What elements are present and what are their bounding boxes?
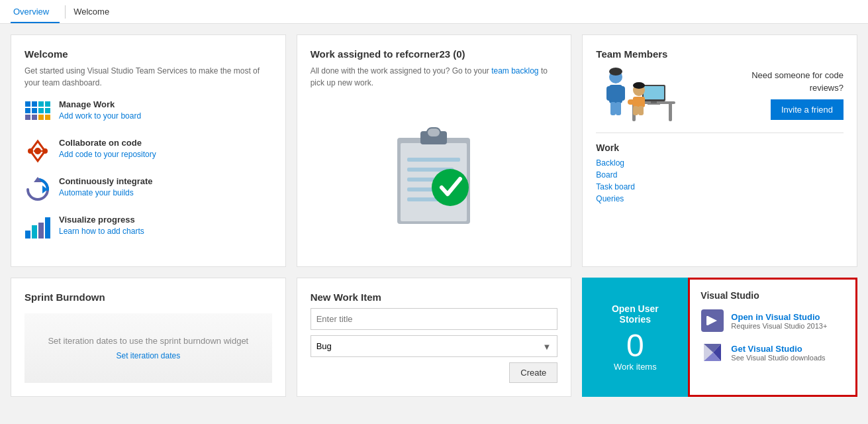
svg-rect-1 — [32, 101, 37, 107]
svg-rect-39 — [616, 102, 621, 115]
svg-rect-11 — [45, 115, 50, 120]
work-assigned-description: All done with the work assigned to you? … — [311, 65, 558, 89]
collaborate-link[interactable]: Add code to your repository — [59, 150, 156, 159]
svg-rect-28 — [407, 158, 460, 162]
svg-rect-9 — [32, 115, 37, 120]
svg-rect-36 — [606, 86, 612, 101]
svg-rect-50 — [628, 99, 636, 105]
svg-rect-5 — [32, 108, 37, 113]
get-vs-icon — [700, 341, 724, 364]
team-members-card: Team Members — [582, 34, 857, 267]
feature-manage-work: Manage Work Add work to your board — [24, 99, 272, 126]
svg-point-53 — [633, 82, 645, 89]
top-navigation: Overview Welcome — [0, 0, 868, 24]
svg-rect-51 — [633, 106, 638, 115]
create-work-item-button[interactable]: Create — [509, 362, 557, 383]
visual-studio-title: Visual Studio — [700, 290, 845, 301]
nav-divider — [65, 5, 66, 19]
team-need-text: Need someone for code reviews? — [751, 70, 844, 93]
svg-point-15 — [42, 148, 48, 154]
user-stories-title: Open User Stories — [595, 303, 675, 325]
svg-rect-10 — [38, 115, 44, 120]
sprint-burndown-card: Sprint Burndown Set iteration dates to u… — [11, 278, 286, 397]
user-stories-label: Work items — [614, 362, 657, 372]
backlog-link[interactable]: Backlog — [596, 158, 844, 168]
team-illustration: Need someone for code reviews? Invite a … — [596, 65, 844, 125]
welcome-title: Welcome — [24, 48, 272, 60]
clipboard-illustration — [311, 102, 558, 253]
feature-visualize: Visualize progress Learn how to add char… — [24, 215, 272, 241]
svg-rect-2 — [38, 101, 44, 107]
open-vs-text: Open in Visual Studio Requires Visual St… — [731, 312, 827, 330]
open-vs-label[interactable]: Open in Visual Studio — [731, 312, 827, 322]
open-visual-studio-item: Open in Visual Studio Requires Visual St… — [700, 309, 845, 333]
svg-rect-56 — [706, 316, 708, 325]
svg-rect-47 — [648, 103, 660, 105]
new-work-title-input[interactable] — [311, 308, 558, 330]
visualize-title: Visualize progress — [59, 215, 144, 225]
queries-link[interactable]: Queries — [596, 194, 844, 203]
sprint-body-text: Set iteration dates to use the sprint bu… — [48, 336, 248, 346]
svg-rect-52 — [638, 106, 644, 115]
feature-visualize-text: Visualize progress Learn how to add char… — [59, 215, 144, 236]
manage-work-link[interactable]: Add work to your board — [59, 111, 141, 121]
new-work-type-select[interactable]: Bug User Story Task Feature Epic — [311, 335, 558, 357]
sprint-burndown-title: Sprint Burndown — [24, 292, 272, 303]
tab-welcome[interactable]: Welcome — [71, 1, 120, 23]
open-vs-sub: Requires Visual Studio 2013+ — [731, 322, 827, 330]
integrate-icon — [24, 176, 51, 203]
svg-rect-22 — [38, 223, 44, 238]
get-visual-studio-item: Get Visual Studio See Visual Studio down… — [700, 341, 845, 364]
svg-rect-0 — [25, 101, 30, 107]
svg-rect-42 — [669, 101, 672, 121]
collaborate-title: Collaborate on code — [59, 138, 156, 148]
svg-point-40 — [609, 68, 622, 76]
team-backlog-link[interactable]: team backlog — [491, 66, 538, 76]
work-links-title: Work — [596, 142, 844, 153]
collaborate-icon — [24, 138, 51, 164]
user-stories-count: 0 — [626, 330, 644, 362]
work-assigned-card: Work assigned to refcorner23 (0) All don… — [297, 34, 572, 267]
board-link[interactable]: Board — [596, 170, 844, 180]
svg-rect-45 — [644, 86, 664, 99]
new-work-title: New Work Item — [311, 292, 558, 303]
svg-rect-27 — [427, 128, 440, 137]
invite-friend-button[interactable]: Invite a friend — [771, 99, 844, 120]
get-vs-sub: See Visual Studio downloads — [731, 354, 825, 362]
welcome-card: Welcome Get started using Visual Studio … — [11, 34, 286, 267]
user-stories-tile: Open User Stories 0 Work items — [582, 278, 688, 397]
svg-rect-3 — [45, 101, 50, 107]
integrate-title: Continuously integrate — [59, 176, 153, 186]
team-members-title: Team Members — [596, 48, 844, 60]
integrate-link[interactable]: Automate your builds — [59, 188, 134, 197]
sprint-burndown-body: Set iteration dates to use the sprint bu… — [24, 313, 272, 383]
manage-work-icon — [24, 99, 51, 126]
feature-integrate-text: Continuously integrate Automate your bui… — [59, 176, 153, 197]
manage-work-title: Manage Work — [59, 99, 141, 109]
work-desc-text: All done with the work assigned to you? … — [311, 66, 489, 76]
feature-collaborate: Collaborate on code Add code to your rep… — [24, 138, 272, 164]
svg-point-13 — [34, 148, 41, 154]
svg-point-14 — [28, 148, 33, 154]
svg-rect-6 — [38, 108, 44, 113]
new-work-item-card: New Work Item Bug User Story Task Featur… — [297, 278, 572, 397]
svg-rect-23 — [45, 217, 50, 238]
new-work-type-wrapper: Bug User Story Task Feature Epic ▼ — [311, 335, 558, 357]
tab-overview[interactable]: Overview — [11, 1, 60, 23]
visual-studio-card: Visual Studio Open in Visual Studio Requ… — [688, 278, 857, 397]
visualize-link[interactable]: Learn how to add charts — [59, 227, 144, 236]
feature-manage-work-text: Manage Work Add work to your board — [59, 99, 141, 121]
svg-rect-21 — [32, 225, 37, 238]
svg-rect-4 — [25, 108, 30, 113]
visualize-icon — [24, 215, 51, 241]
set-iteration-dates-link[interactable]: Set iteration dates — [116, 351, 180, 360]
svg-rect-7 — [45, 108, 50, 113]
svg-rect-38 — [610, 102, 616, 115]
svg-point-33 — [432, 169, 469, 206]
svg-rect-8 — [25, 115, 30, 120]
get-vs-label[interactable]: Get Visual Studio — [731, 344, 825, 354]
task-board-link[interactable]: Task board — [596, 182, 844, 191]
svg-rect-20 — [25, 231, 30, 238]
main-content: Welcome Get started using Visual Studio … — [0, 24, 868, 407]
work-assigned-title: Work assigned to refcorner23 (0) — [311, 48, 558, 60]
